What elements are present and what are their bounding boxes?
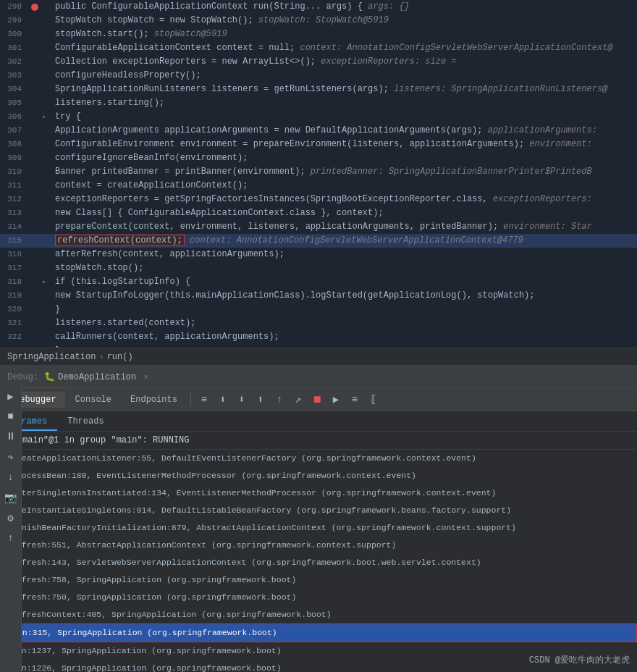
code-line-320: 320 } — [0, 303, 637, 316]
toolbar-btn-3[interactable]: ⬇ — [233, 391, 250, 408]
frame-item[interactable]: refreshContext:405, SpringApplication (o… — [0, 606, 637, 623]
code-line-310: 310 Banner printedBanner = printBanner(e… — [0, 165, 637, 179]
tab-console[interactable]: Console — [67, 392, 120, 408]
code-content: listeners.started(context); — [52, 316, 637, 330]
code-content: exceptionReporters = getSpringFactoriesI… — [52, 193, 637, 206]
stop-icon[interactable]: ■ — [1, 407, 20, 426]
line-number: 303 — [0, 69, 28, 83]
step-into-icon[interactable]: ↓ — [1, 468, 20, 487]
debug-toolbar: Debugger Console Endpoints ≡ ⬆ ⬇ ⬆ ↑ ↗ ⏹… — [0, 388, 637, 411]
toolbar-btn-resume[interactable]: ▶ — [327, 391, 345, 408]
gear-icon[interactable]: ⚙ — [1, 508, 20, 527]
code-line-304: 304 SpringApplicationRunListeners listen… — [0, 83, 637, 96]
frame-item[interactable]: finishBeanFactoryInitialization:879, Abs… — [0, 519, 637, 537]
code-content: refreshContext(context); context: Annota… — [52, 234, 637, 248]
watermark: CSDN @爱吃牛肉的大老虎 — [529, 654, 630, 666]
code-line-313: 313 new Class[] { ConfigurableApplicatio… — [0, 206, 637, 220]
sub-tabs-bar: Frames Threads — [0, 411, 637, 432]
code-line-316: 316 afterRefresh(context, applicationArg… — [0, 248, 637, 261]
bug-icon: 🐛 — [44, 371, 55, 382]
tab-endpoints[interactable]: Endpoints — [122, 392, 186, 408]
code-content: stopWatch.stop(); — [52, 261, 637, 275]
toolbar-separator-1 — [190, 393, 191, 406]
frames-list: createApplicationListener:55, DefaultEve… — [0, 450, 637, 672]
main-layout: 298 public ConfigurableApplicationContex… — [0, 0, 637, 672]
breadcrumb: SpringApplication › run() — [0, 348, 637, 365]
code-content: SpringApplicationRunListeners listeners … — [52, 83, 637, 96]
code-content: context = createApplicationContext(); — [52, 179, 637, 193]
code-line-303: 303 configureHeadlessProperty(); — [0, 69, 637, 83]
line-number: 322 — [0, 330, 28, 344]
line-number: 314 — [0, 220, 28, 234]
code-content: ConfigurableEnvironment environment = pr… — [52, 138, 637, 151]
code-content: prepareContext(context, environment, lis… — [52, 220, 637, 234]
line-number: 323 — [0, 344, 28, 348]
line-number: 310 — [0, 165, 28, 179]
toolbar-btn-1[interactable]: ≡ — [195, 391, 213, 408]
line-number: 307 — [0, 124, 28, 138]
line-number: 318 — [0, 275, 28, 289]
code-line-302: 302 Collection exceptionReporters = new … — [0, 55, 637, 69]
frame-item[interactable]: afterSingletonsInstantiated:134, EventLi… — [0, 484, 637, 502]
code-line-318: 318▸ if (this.logStartupInfo) { — [0, 275, 637, 289]
frame-item[interactable]: refresh:551, AbstractApplicationContext … — [0, 537, 637, 554]
camera-icon[interactable]: 📷 — [1, 488, 20, 507]
line-number: 317 — [0, 261, 28, 275]
toolbar-btn-6[interactable]: ↗ — [290, 391, 307, 408]
running-indicator: ✓ "main"@1 in group "main": RUNNING — [0, 432, 637, 450]
code-line-307: 307 ApplicationArguments applicationArgu… — [0, 124, 637, 138]
toolbar-btn-4[interactable]: ⬆ — [252, 391, 269, 408]
code-content: configureHeadlessProperty(); — [52, 69, 637, 83]
code-content: StopWatch stopWatch = new StopWatch(); s… — [52, 14, 637, 28]
code-line-312: 312 exceptionReporters = getSpringFactor… — [0, 193, 637, 206]
line-number: 315 — [0, 234, 28, 248]
frame-item[interactable]: refresh:758, SpringApplication (org.spri… — [0, 571, 637, 589]
line-number: 308 — [0, 138, 28, 151]
code-line-300: 300 stopWatch.start(); stopWatch@5919 — [0, 28, 637, 41]
line-number: 312 — [0, 193, 28, 206]
code-content: } — [52, 344, 637, 348]
breadcrumb-separator: › — [98, 352, 104, 362]
fold-col[interactable]: ▸ — [42, 110, 52, 124]
line-number: 302 — [0, 55, 28, 69]
line-number: 309 — [0, 151, 28, 165]
fold-col[interactable]: ▸ — [42, 275, 52, 289]
line-number: 299 — [0, 14, 28, 28]
code-content: Collection exceptionReporters = new Arra… — [52, 55, 637, 69]
toolbar-btn-8[interactable]: ≡ — [346, 391, 363, 408]
line-number: 316 — [0, 248, 28, 261]
line-number: 298 — [0, 0, 28, 14]
code-line-319: 319 new StartupInfoLogger(this.mainAppli… — [0, 289, 637, 303]
debug-app-name: 🐛 DemoApplication × — [44, 371, 148, 382]
code-line-305: 305 listeners.starting(); — [0, 96, 637, 110]
breakpoint-dot — [31, 4, 38, 11]
toolbar-btn-stop[interactable]: ⏹ — [308, 391, 326, 408]
pause-icon[interactable]: ⏸ — [1, 427, 20, 446]
line-number: 300 — [0, 28, 28, 41]
close-button[interactable]: × — [143, 373, 148, 382]
frame-item[interactable]: preInstantiateSingletons:914, DefaultLis… — [0, 502, 637, 519]
frame-item[interactable]: processBean:180, EventListenerMethodProc… — [0, 467, 637, 484]
frame-item[interactable]: refresh:750, SpringApplication (org.spri… — [0, 589, 637, 606]
code-content: callRunners(context, applicationArgument… — [52, 330, 637, 344]
frame-item[interactable]: run:315, SpringApplication (org.springfr… — [0, 623, 637, 642]
frame-item[interactable]: createApplicationListener:55, DefaultEve… — [0, 450, 637, 467]
code-line-308: 308 ConfigurableEnvironment environment … — [0, 138, 637, 151]
breadcrumb-class: SpringApplication — [7, 352, 96, 362]
code-content: listeners.starting(); — [52, 96, 637, 110]
debug-panel: Debug: 🐛 DemoApplication × Debugger Cons… — [0, 365, 637, 672]
line-number: 305 — [0, 96, 28, 110]
toolbar-btn-5[interactable]: ↑ — [271, 391, 288, 408]
step-over-icon[interactable]: ↷ — [1, 448, 20, 466]
code-content: new StartupInfoLogger(this.mainApplicati… — [52, 289, 637, 303]
breakpoint-col[interactable] — [28, 4, 42, 11]
frame-item[interactable]: refresh:143, ServletWebServerApplication… — [0, 554, 637, 571]
toolbar-btn-9[interactable]: ⟦ — [365, 391, 382, 408]
app-name-text: DemoApplication — [58, 372, 136, 382]
arrow-up-icon[interactable]: ↑ — [1, 529, 20, 547]
toolbar-btn-2[interactable]: ⬆ — [214, 391, 232, 408]
code-content: public ConfigurableApplicationContext ru… — [52, 0, 637, 14]
code-content: ConfigurableApplicationContext context =… — [52, 41, 637, 55]
play-icon[interactable]: ▶ — [1, 387, 20, 406]
subtab-threads[interactable]: Threads — [57, 413, 114, 431]
